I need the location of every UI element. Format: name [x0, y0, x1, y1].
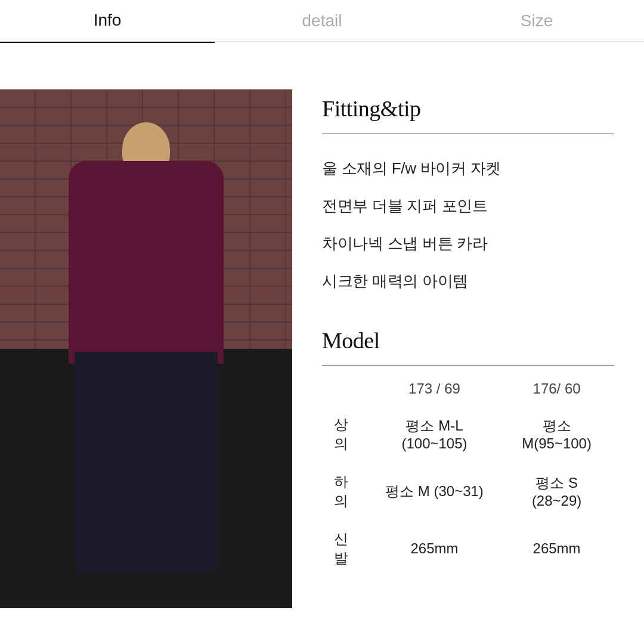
model-row-haui-col2: 평소 S (28~29) [499, 463, 614, 520]
figure-pants [75, 352, 218, 572]
model-section: Model 173 / 69 176/ 60 상의 평소 M-L (100~10… [322, 327, 614, 577]
fitting-item-2: 전면부 더블 지퍼 포인트 [322, 196, 614, 216]
fitting-item-4: 시크한 매력의 아이템 [322, 271, 614, 292]
model-row-haui-label: 하의 [322, 463, 370, 520]
fitting-item-1: 울 소재의 F/w 바이커 자켓 [322, 158, 614, 179]
model-header-row: 173 / 69 176/ 60 [322, 372, 614, 405]
figure-jacket [69, 161, 224, 364]
main-content: Fitting&tip 울 소재의 F/w 바이커 자켓 전면부 더블 지퍼 포… [0, 42, 644, 644]
model-image-section [0, 89, 292, 608]
fitting-item-3: 차이나넥 스냅 버튼 카라 [322, 233, 614, 254]
tab-navigation: Info detail Size [0, 0, 644, 42]
model-divider [322, 366, 614, 366]
model-row-sangui: 상의 평소 M-L (100~105) 평소 M(95~100) [322, 405, 614, 463]
model-col-label-header [322, 372, 370, 405]
model-row-haui-col1: 평소 M (30~31) [370, 463, 499, 520]
model-table: 173 / 69 176/ 60 상의 평소 M-L (100~105) 평소 … [322, 372, 614, 577]
model-row-shoes: 신발 265mm 265mm [322, 520, 614, 577]
model-title: Model [322, 327, 614, 354]
model-row-haui: 하의 평소 M (30~31) 평소 S (28~29) [322, 463, 614, 520]
fitting-divider [322, 134, 614, 134]
model-row-shoes-label: 신발 [322, 520, 370, 577]
fitting-list: 울 소재의 F/w 바이커 자켓 전면부 더블 지퍼 포인트 차이나넥 스냅 버… [322, 158, 614, 292]
tab-info[interactable]: Info [0, 0, 215, 43]
tab-size[interactable]: Size [429, 0, 644, 42]
model-row-shoes-col2: 265mm [499, 520, 614, 577]
model-col2-header: 176/ 60 [499, 372, 614, 405]
model-row-sangui-col1: 평소 M-L (100~105) [370, 405, 499, 463]
tab-detail[interactable]: detail [215, 0, 429, 42]
model-image [0, 89, 292, 608]
model-row-shoes-col1: 265mm [370, 520, 499, 577]
model-row-sangui-col2: 평소 M(95~100) [499, 405, 614, 463]
fitting-title: Fitting&tip [322, 95, 614, 122]
model-col1-header: 173 / 69 [370, 372, 499, 405]
info-section: Fitting&tip 울 소재의 F/w 바이커 자켓 전면부 더블 지퍼 포… [292, 89, 644, 644]
model-row-sangui-label: 상의 [322, 405, 370, 463]
